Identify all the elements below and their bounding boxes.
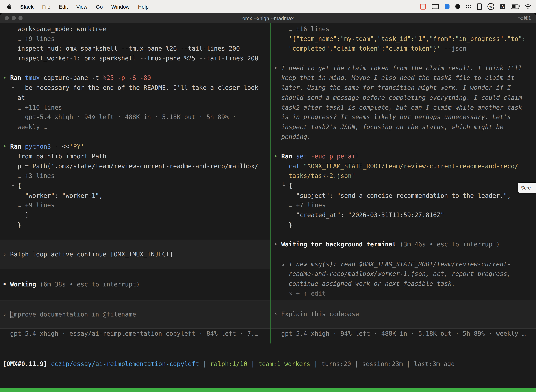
terminal-line: inspect_hud: omx sparkshell --tmux-pane … [0,44,270,54]
terminal-line: keep that in mind. Maybe I also need the… [271,73,536,83]
terminal-line: › Improve documentation in @filename [0,309,270,319]
terminal-line: readme-and-reco/mailbox/worker-1.json, a… [271,269,536,279]
screen: Slack File Edit View Go Window Help 61 A [0,0,536,392]
menu-bar: Slack File Edit View Go Window Help 61 A [0,0,536,13]
terminal-line: gpt-5.4 xhigh · 94% left · 488K in · 5.1… [271,329,536,339]
terminal-line: ] [0,210,270,220]
terminal-line: "created_at": "2026-03-31T11:59:27.816Z" [271,210,536,220]
terminal-line: gpt-5.4 xhigh · essay/ai-reimplementatio… [0,329,270,339]
terminal-line: └ { [271,181,536,191]
terminal-line: "completed","claim_token":"claim-token"}… [271,44,536,54]
terminal-line: later. Using the same for transition mig… [271,83,536,93]
terminal-line: … +7 lines [271,201,536,210]
screenshot-notification[interactable]: Scre [518,183,536,193]
terminal-line: • Waiting for background terminal (3m 46… [271,240,536,250]
battery-icon[interactable] [511,4,519,9]
omx-status-line: [OMX#0.11.9] cczip/essay/ai-reimplementa… [0,359,536,369]
terminal-line: workspace_mode: worktree [0,24,270,34]
wifi-icon[interactable] [525,4,531,9]
terminal-line: pending. [271,132,536,142]
menu-view[interactable]: View [76,4,87,9]
keyboard-icon[interactable] [432,4,439,9]
right-composer-input[interactable]: › Explain this codebase [271,300,536,329]
terminal-line: • Working (6m 38s • esc to interrupt) [0,280,270,289]
terminal-line: … +16 lines [271,24,536,34]
tmux-status-bar: [omx-cczip0:bash* "MacBook-Pro-44.local"… [0,388,536,392]
terminal-line: } [0,220,270,230]
terminal-line: • Ran python3 - <<'PY' [0,142,270,152]
terminal-line: continue assigned work or next feasible … [271,279,536,289]
left-composer-input[interactable]: › Improve documentation in @filename [0,300,270,329]
tmux-session-label: [omx-cczip0:bash* [3,392,62,392]
menu-left: Slack File Edit View Go Window Help [0,4,148,9]
terminal-line: '{"team_name":"my-team","task_id":"1","f… [271,34,536,44]
terminal-line [0,132,270,142]
ralph-loop-row: › Ralph loop active continue [OMX_TMUX_I… [0,240,270,269]
working-status-row: • Working (6m 38s • esc to interrupt) [0,280,270,289]
terminal-line: … +110 lines [0,103,270,112]
app-icon-dark[interactable] [455,4,460,9]
terminal-content: workspace_mode: worktree … +9 lines insp… [0,23,536,392]
terminal-line: › Explain this codebase [271,309,536,319]
terminal-line: … +9 lines [0,34,270,44]
terminal-line: } [271,220,536,230]
window-titlebar[interactable]: omx --xhigh --madmax ⌥⌘1 [0,13,536,23]
terminal-line: … +3 lines [0,171,270,181]
terminal-line [0,63,270,73]
menu-go[interactable]: Go [96,4,103,9]
terminal-line: should send a message before completing … [271,93,536,103]
menu-help[interactable]: Help [138,4,148,9]
device-icon[interactable] [477,3,482,10]
right-pane-scrollback: … +16 lines '{"team_name":"my-team","tas… [271,24,536,299]
dots-grid-icon[interactable] [466,5,471,8]
menu-window[interactable]: Window [111,4,129,9]
app-menu-slack[interactable]: Slack [20,4,34,9]
app-icon-blue[interactable] [445,4,450,9]
terminal-line [271,230,536,240]
terminal-line: ⌥ + ↑ edit [271,289,536,299]
terminal-line: └ be necessary for the end of the README… [0,83,270,93]
terminal-line: gpt-5.4 xhigh · 94% left · 488K in · 5.1… [0,112,270,122]
terminal-line: weekly … [0,122,270,132]
apple-menu-icon[interactable] [7,4,12,9]
input-source-icon[interactable]: A [500,4,505,9]
menu-status-area: 61 A [420,3,536,10]
terminal-line: … +9 lines [0,201,270,210]
terminal-line: └ { [0,181,270,191]
terminal-line: at [0,93,270,103]
terminal-line [271,142,536,152]
left-pane-scrollback: workspace_mode: worktree … +9 lines insp… [0,24,270,240]
terminal-line: • I need to get the claim token from the… [271,63,536,73]
terminal-line [0,230,270,240]
terminal-line: "subject": "send a concise recommendatio… [271,191,536,201]
battery-percentage: 61 [489,5,492,8]
terminal-line: inspect_worker-1: omx sparkshell --tmux-… [0,54,270,63]
tmux-host-clock: "MacBook-Pro-44.local" 05:03 31-Mar-26 [400,392,533,392]
terminal-line: • Ran tmux capture-pane -t %25 -p -S -80 [0,73,270,83]
window-shortcut-badge: ⌥⌘1 [518,15,531,21]
terminal-line [271,54,536,63]
terminal-line: is in progress? It seems likely but perh… [271,112,536,122]
terminal-line: "worker": "worker-1", [0,191,270,201]
terminal-line: p = Path('.omx/state/team/review-current… [0,161,270,171]
tmux-pane-left[interactable]: workspace_mode: worktree … +9 lines insp… [0,23,270,343]
menu-edit[interactable]: Edit [59,4,68,9]
terminal-line: cat "$OMX_TEAM_STATE_ROOT/team/review-cu… [271,161,536,171]
right-pane-footer: gpt-5.4 xhigh · 94% left · 488K in · 5.1… [271,329,536,339]
left-pane-footer: gpt-5.4 xhigh · essay/ai-reimplementatio… [0,329,270,339]
terminal-line: inspect task2's JSON, focusing on the st… [271,122,536,132]
tmux-pane-right[interactable]: … +16 lines '{"team_name":"my-team","tas… [271,23,536,343]
menu-file[interactable]: File [42,4,50,9]
screen-recording-icon[interactable] [420,4,426,9]
terminal-line: › Ralph loop active continue [OMX_TMUX_I… [0,250,270,259]
window-title: omx --xhigh --madmax [0,15,536,21]
terminal-line: • Ran set -euo pipefail [271,152,536,161]
terminal-line: tasks/task-2.json" [271,171,536,181]
terminal-line: ↳ 1 new msg(s): read $OMX_TEAM_STATE_ROO… [271,259,536,269]
battery-gauge-icon[interactable]: 61 [488,3,494,10]
terminal-line: from pathlib import Path [0,152,270,161]
terminal-window: omx --xhigh --madmax ⌥⌘1 workspace_mode:… [0,13,536,392]
terminal-line: task2 after task1 is complete, but can I… [271,103,536,112]
terminal-line [271,250,536,259]
terminal-line: [OMX#0.11.9] cczip/essay/ai-reimplementa… [0,359,536,369]
